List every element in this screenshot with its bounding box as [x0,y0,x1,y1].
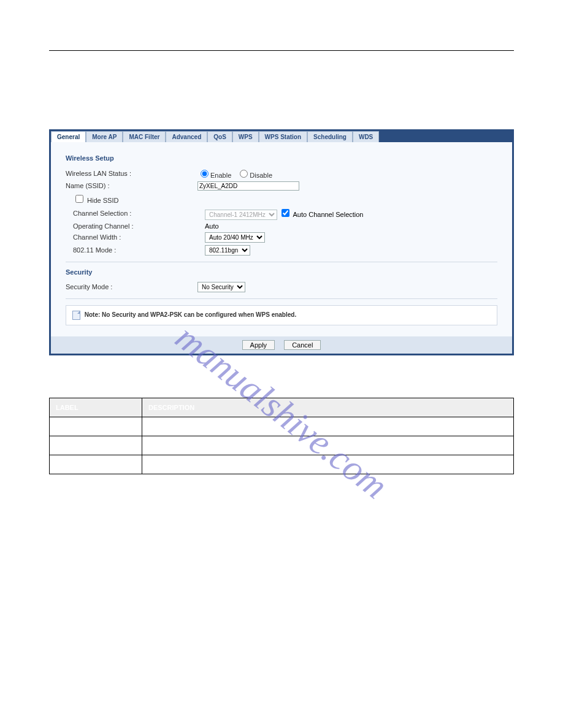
hide-ssid-checkbox[interactable] [75,195,83,203]
tab-advanced[interactable]: Advanced [166,131,207,142]
note-icon [72,311,80,320]
nav-text: Click Network > Wireless LAN 2.4G to ope… [49,96,514,105]
table-intro: The following table describes the genera… [49,364,514,373]
channel-selection-select[interactable]: Channel-1 2412MHz [205,210,277,220]
wlan-enable-radio[interactable] [201,170,209,178]
top-rule [49,50,514,51]
tab-general[interactable]: General [51,131,86,142]
tab-more-ap[interactable]: More AP [86,131,123,142]
table-row: Wireless LAN Status Select to Enable or … [50,436,514,455]
wireless-config-panel: General More AP MAC Filter Advanced QoS … [49,129,514,355]
security-title: Security [66,268,497,276]
table-caption: Table 21 Network > Wireless LAN 2.4G > G… [49,388,514,395]
mode-80211-select[interactable]: 802.11bgn [205,245,250,256]
cancel-button[interactable]: Cancel [284,340,321,350]
enable-label: Enable [210,172,231,179]
table-row: Wireless Setup [50,417,514,436]
table-header-description: DESCRIPTION [142,398,514,417]
apply-button[interactable]: Apply [242,340,275,350]
channel-selection-label: Channel Selection : [66,210,205,217]
disable-label: Disable [250,172,272,179]
channel-width-select[interactable]: Auto 20/40 MHz [205,232,265,243]
table-header-label: LABEL [50,398,142,417]
wlan-disable-radio[interactable] [240,170,248,178]
hide-ssid-label: Hide SSID [87,197,118,204]
ssid-label: Name (SSID) : [66,182,197,189]
tab-qos[interactable]: QoS [207,131,232,142]
channel-width-label: Channel Width : [66,233,205,241]
operating-channel-label: Operating Channel : [66,222,205,230]
security-mode-select[interactable]: No Security [197,282,245,292]
wlan-status-label: Wireless LAN Status : [66,170,197,177]
divider [66,262,497,262]
tab-wps[interactable]: WPS [232,131,259,142]
wireless-setup-title: Wireless Setup [66,154,497,162]
note-box: Note: No Security and WPA2-PSK can be co… [66,305,497,325]
operating-channel-value: Auto [205,222,219,230]
tab-wds[interactable]: WDS [353,131,379,142]
tab-scheduling[interactable]: Scheduling [307,131,353,142]
auto-channel-checkbox[interactable] [282,209,289,217]
table-row: Name (SSID) [50,455,514,474]
tab-bar: General More AP MAC Filter Advanced QoS … [51,131,512,142]
ssid-input[interactable] [197,181,299,191]
security-mode-label: Security Mode : [66,283,197,290]
auto-channel-label: Auto Channel Selection [293,211,364,218]
tab-mac-filter[interactable]: MAC Filter [123,131,166,142]
figure-label: Figure 37 Network > Wireless LAN 2.4G > … [49,117,514,124]
note-text: Note: No Security and WPA2-PSK can be co… [85,311,296,318]
description-table: LABEL DESCRIPTION Wireless Setup Wireles… [49,398,514,474]
chapter-header: Chapter 7 Wireless LAN [49,25,514,32]
mode-80211-label: 802.11 Mode : [66,246,205,254]
button-bar: Apply Cancel [51,336,512,354]
tab-wps-station[interactable]: WPS Station [259,131,307,142]
intro-note: Note: If you are configuring the NBG6515… [49,59,514,88]
divider-2 [66,298,497,299]
